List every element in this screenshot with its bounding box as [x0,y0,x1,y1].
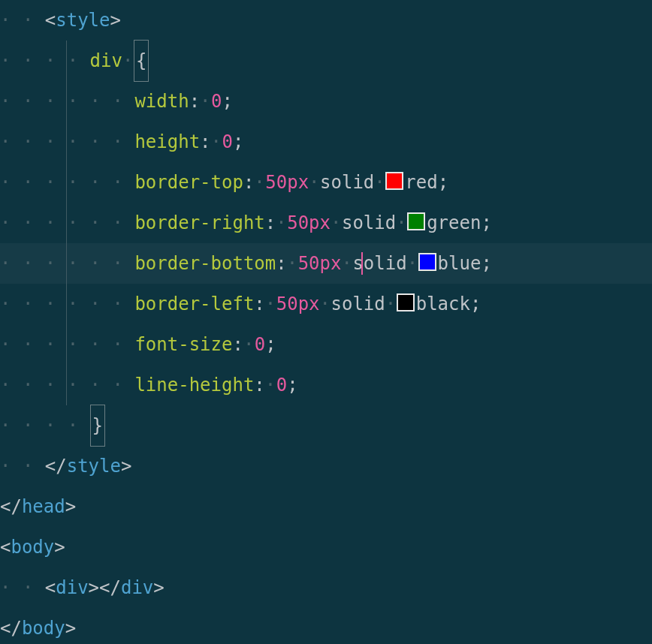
html-tag: div [56,567,88,608]
css-property: line-height [134,365,254,405]
css-property: font-size [134,324,232,365]
color-swatch-red[interactable] [385,172,403,190]
whitespace: · [200,81,211,122]
color-swatch-green[interactable] [407,212,425,230]
semicolon: ; [481,243,491,284]
whitespace: · [254,162,265,203]
colon: : [254,365,264,405]
whitespace: · [122,41,134,81]
whitespace: · [407,243,418,284]
angle-bracket: > [65,486,76,527]
css-value: solid [342,203,396,243]
css-unit: px [298,284,320,324]
open-brace: { [134,40,149,82]
angle-bracket: </ [0,486,22,527]
semicolon: ; [481,203,491,243]
html-tag: style [67,446,121,486]
code-line[interactable]: · · · · · · border-top : · 50 px · solid… [0,162,652,203]
code-line[interactable]: · · · · · · border-right : · 50 px · sol… [0,203,652,243]
whitespace: · [396,203,407,243]
code-line[interactable]: · · < style > [0,0,652,41]
colon: : [232,324,243,365]
css-value: 0 [276,365,287,405]
html-tag: body [22,608,65,644]
css-value: 0 [222,122,233,162]
code-editor[interactable]: · · < style > · · · · div · { · · · · · … [0,0,652,644]
angle-bracket: > [153,567,164,608]
close-brace: } [90,405,105,447]
whitespace: · · · · · · [0,162,134,203]
colon: : [276,243,286,284]
code-line[interactable]: · · · · · · height : · 0 ; [0,122,652,162]
whitespace: · · [0,446,45,486]
css-unit: px [309,203,331,243]
code-line[interactable]: < body > [0,527,652,567]
css-number: 50 [287,203,309,243]
text-cursor [361,252,363,275]
css-number: 50 [298,243,320,284]
whitespace: · · · · · · [0,324,134,365]
whitespace: · [243,324,255,365]
angle-bracket: < [45,0,56,41]
css-value: solid [320,162,374,203]
css-number: 50 [265,162,287,203]
whitespace: · · [0,0,45,41]
css-unit: px [287,162,309,203]
code-line[interactable]: · · · · · · border-left : · 50 px · soli… [0,284,652,324]
whitespace: · · · · · · [0,284,134,324]
css-property: border-left [134,284,254,324]
colon: : [265,203,276,243]
color-swatch-blue[interactable] [418,253,436,271]
angle-bracket: > [65,608,76,644]
code-line[interactable]: · · · · · · font-size : · 0 ; [0,324,652,365]
css-color: green [427,203,481,243]
angle-bracket: > [89,567,99,608]
css-value: 0 [211,81,222,122]
whitespace: · [331,203,342,243]
code-line[interactable]: </ body > [0,608,652,644]
css-property: border-bottom [134,243,276,284]
semicolon: ; [222,81,233,122]
css-unit: px [320,243,342,284]
colon: : [243,162,254,203]
code-line[interactable]: · · · · div · { [0,41,652,81]
html-tag: head [22,486,65,527]
whitespace: · · · · · · [0,122,134,162]
whitespace: · · · · · · [0,203,134,243]
colon: : [189,81,200,122]
css-selector: div [90,41,122,81]
semicolon: ; [438,162,448,203]
whitespace: · · · · [0,405,90,446]
whitespace: · [211,122,222,162]
whitespace: · [385,284,397,324]
angle-bracket: > [54,527,65,567]
code-line[interactable]: · · · · · · width : · 0 ; [0,81,652,122]
angle-bracket: </ [45,446,67,486]
css-value: 0 [255,324,265,365]
semicolon: ; [265,324,276,365]
css-property: border-right [134,203,264,243]
css-number: 50 [276,284,298,324]
css-property: border-top [134,162,243,203]
css-value: solid [331,284,385,324]
code-line[interactable]: · · </ style > [0,446,652,486]
whitespace: · · · · [0,41,90,81]
semicolon: ; [233,122,243,162]
whitespace: · · · · · · [0,243,134,284]
whitespace: · · [0,567,45,608]
whitespace: · [287,243,298,284]
code-line[interactable]: · · · · } [0,405,652,446]
html-tag: div [121,567,153,608]
semicolon: ; [287,365,297,405]
code-line-active[interactable]: · · · · · · border-bottom : · 50 px · so… [0,243,652,284]
angle-bracket: < [0,527,11,567]
code-line[interactable]: </ head > [0,486,652,527]
code-line[interactable]: · · < div > </ div > [0,567,652,608]
angle-bracket: < [45,567,56,608]
angle-bracket: > [121,446,131,486]
whitespace: · [265,365,276,405]
html-tag: body [11,527,54,567]
code-line[interactable]: · · · · · · line-height : · 0 ; [0,365,652,405]
angle-bracket: </ [99,567,121,608]
color-swatch-black[interactable] [397,293,415,311]
